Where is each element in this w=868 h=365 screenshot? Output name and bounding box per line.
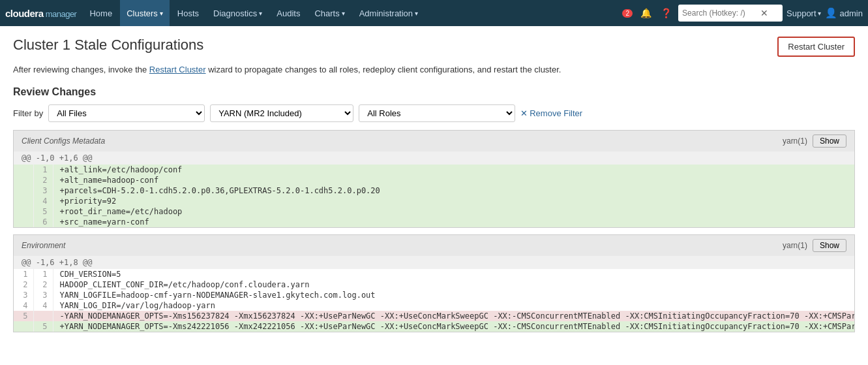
- nav-diagnostics[interactable]: Diagnostics ▾: [207, 0, 269, 26]
- diff-table-environment: 1 1 CDH_VERSION=5 2 2 HADOOP_CLIENT_CONF…: [14, 269, 854, 332]
- show-button-environment[interactable]: Show: [813, 239, 846, 252]
- table-row: 4 4 YARN_LOG_DIR=/var/log/hadoop-yarn: [14, 300, 854, 311]
- navbar: cloudera manager Home Clusters ▾ Hosts D…: [0, 0, 868, 26]
- diff-block-environment: Environment yarn(1) Show @@ -1,6 +1,8 @@…: [13, 234, 855, 332]
- charts-dropdown-arrow: ▾: [342, 10, 345, 17]
- table-row: 5 +root_dir_name=/etc/hadoop: [14, 206, 854, 217]
- table-row: 1 1 CDH_VERSION=5: [14, 269, 854, 279]
- filter-row: Filter by All Files YARN (MR2 Included) …: [13, 104, 855, 122]
- diff-header-environment: Environment yarn(1) Show: [14, 235, 854, 256]
- table-row: 6 +src_name=yarn-conf: [14, 217, 854, 227]
- user-menu[interactable]: 👤 admin: [825, 7, 863, 19]
- diff-header-client-configs: Client Configs Metadata yarn(1) Show: [14, 131, 854, 151]
- table-row: 2 +alt_name=hadoop-conf: [14, 175, 854, 185]
- restart-cluster-button[interactable]: Restart Cluster: [777, 37, 855, 57]
- diff-meta-environment: @@ -1,6 +1,8 @@: [14, 256, 854, 269]
- table-row: 5 -YARN_NODEMANAGER_OPTS=-Xms156237824 -…: [14, 311, 854, 321]
- nav-home[interactable]: Home: [83, 0, 119, 26]
- diff-title-environment: Environment: [22, 241, 65, 250]
- help-button[interactable]: ❓: [658, 8, 674, 18]
- table-row: 4 +priority=92: [14, 196, 854, 206]
- section-title: Review Changes: [13, 86, 855, 98]
- nav-audits[interactable]: Audits: [270, 0, 307, 26]
- diff-badge-client-configs: yarn(1): [783, 136, 807, 146]
- remove-filter-x-icon: ✕: [520, 108, 528, 118]
- table-row: 2 2 HADOOP_CLIENT_CONF_DIR=/etc/hadoop/c…: [14, 279, 854, 290]
- page-title: Cluster 1 Stale Configurations: [13, 37, 203, 54]
- diagnostics-dropdown-arrow: ▾: [259, 10, 262, 17]
- nav-clusters[interactable]: Clusters ▾: [120, 0, 170, 26]
- support-dropdown-arrow: ▾: [818, 10, 821, 17]
- search-clear-button[interactable]: ✕: [760, 8, 768, 18]
- administration-dropdown-arrow: ▾: [415, 10, 418, 17]
- show-button-client-configs[interactable]: Show: [813, 135, 846, 148]
- nav-administration[interactable]: Administration ▾: [353, 0, 425, 26]
- service-filter-select[interactable]: YARN (MR2 Included): [210, 104, 353, 122]
- diff-title-client-configs: Client Configs Metadata: [22, 136, 105, 146]
- filter-label: Filter by: [13, 108, 43, 118]
- search-box: ✕: [678, 5, 783, 22]
- nav-right-section: 2 🔔 ❓ ✕ Support ▾ 👤 admin: [622, 5, 863, 22]
- notifications-button[interactable]: 🔔: [638, 8, 654, 18]
- table-row: 3 +parcels=CDH-5.2.0-1.cdh5.2.0.p0.36,GP…: [14, 185, 854, 196]
- table-row: 3 3 YARN_LOGFILE=hadoop-cmf-yarn-NODEMAN…: [14, 290, 854, 300]
- role-filter-select[interactable]: All Roles: [359, 104, 515, 122]
- support-menu[interactable]: Support ▾: [786, 8, 821, 18]
- remove-filter-link[interactable]: ✕ Remove Filter: [520, 108, 582, 118]
- diff-header-right-client-configs: yarn(1) Show: [783, 135, 846, 148]
- page-header: Cluster 1 Stale Configurations Restart C…: [13, 37, 855, 57]
- diff-block-client-configs: Client Configs Metadata yarn(1) Show @@ …: [13, 130, 855, 228]
- nav-charts[interactable]: Charts ▾: [308, 0, 351, 26]
- diff-badge-environment: yarn(1): [783, 241, 807, 250]
- brand-logo: cloudera manager: [5, 8, 76, 19]
- main-content: Cluster 1 Stale Configurations Restart C…: [0, 26, 868, 349]
- description-text: After reviewing changes, invoke the Rest…: [13, 65, 855, 74]
- diff-meta-client-configs: @@ -1,0 +1,6 @@: [14, 151, 854, 165]
- user-icon: 👤: [825, 7, 837, 19]
- clusters-dropdown-arrow: ▾: [160, 10, 163, 17]
- diff-table-client-configs: 1 +alt_link=/etc/hadoop/conf 2 +alt_name…: [14, 165, 854, 227]
- table-row: 5 +YARN_NODEMANAGER_OPTS=-Xms242221056 -…: [14, 321, 854, 332]
- search-input[interactable]: [682, 8, 760, 18]
- file-filter-select[interactable]: All Files: [48, 104, 205, 122]
- restart-cluster-link[interactable]: Restart Cluster: [149, 65, 206, 74]
- table-row: 1 +alt_link=/etc/hadoop/conf: [14, 165, 854, 175]
- notification-badge[interactable]: 2: [622, 9, 633, 18]
- diff-header-right-environment: yarn(1) Show: [783, 239, 846, 252]
- nav-hosts[interactable]: Hosts: [171, 0, 205, 26]
